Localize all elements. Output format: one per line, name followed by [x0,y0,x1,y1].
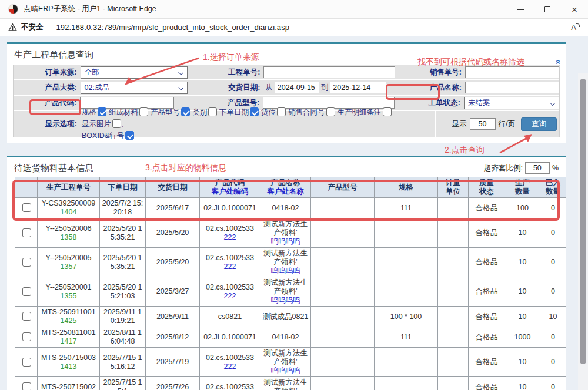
ratio-unit: % [552,164,559,172]
option-checkbox[interactable] [125,131,134,140]
row-checkbox[interactable] [22,332,31,341]
quality-cell: 合格品 [469,198,505,218]
delivery_date-cell: 2025/5/20 [146,248,200,277]
table-row[interactable]: Y-CS39250000914042025/7/2 15:20:182025/6… [15,198,566,218]
row-checkbox[interactable] [22,287,31,296]
display-option: 类别 [192,108,217,116]
name-text: 0418-02 [261,204,310,213]
query-button[interactable]: 查询 [521,117,557,131]
qty-cell: 10 [505,218,540,248]
eng-order-input[interactable] [263,66,395,78]
code-text: 02.cs.1002533 [201,283,259,292]
option-checkbox[interactable] [112,119,121,128]
product-name-label: 产品名称: [397,83,465,93]
materials-table: 生产工程单号下单日期交货日期产品代码客户处编码产品名称客户处名称产品型号规格计量… [15,177,566,390]
table-row[interactable]: Y--25052000613582025/5/20 15:35:212025/5… [15,218,566,248]
row-checkbox[interactable] [22,382,31,390]
table-row[interactable]: MTS-2507150022025/7/15 15:12025/7/2602.c… [15,377,566,390]
option-checkbox[interactable] [98,107,106,116]
category-select[interactable]: 02:成品 [81,82,188,94]
stocked-cell: 10 [540,307,566,327]
option-label: 规格 [82,108,96,116]
delivery_date-cell: 2025/7/26 [146,377,200,390]
code-text: 02.cs.1002533 [201,254,259,263]
order-text: Y-CS392500009 [38,199,99,208]
display-options-label: 显示选项: [14,119,81,129]
row-checkbox[interactable] [22,312,31,321]
quality-cell: 合格品 [469,377,505,390]
scrollbar-thumb[interactable] [580,79,586,364]
name-text: 测试新方法生产领料' [261,278,310,296]
stocked-cell: 0 [540,248,566,277]
table-row[interactable]: MTS-25081100114172025/8/11 16:04:482025/… [15,327,566,348]
option-label: 类别 [192,108,207,116]
read-aloud-icon[interactable]: A [571,23,580,32]
row-checkbox[interactable] [22,358,31,367]
name-text: 测试新方法生产领料' [261,349,310,367]
chevron-down-icon [178,85,183,90]
row-checkbox[interactable] [22,203,31,212]
option-checkbox[interactable] [208,107,217,116]
order_date-cell: 2025/5/20 15:35:21 [100,248,146,277]
order-source-select[interactable]: 全部 [81,66,188,79]
delivery-date-label: 交货日期: [225,83,264,93]
qty-cell: 100 [505,198,540,218]
option-checkbox[interactable] [277,107,286,116]
address-bar[interactable]: 不安全 192.168.0.32:789/mis/mrp/slc_product… [0,19,588,36]
sales-order-input[interactable] [465,66,559,78]
code-sub-text: 222 [201,292,259,301]
column-header: 已入数量 [540,177,566,198]
display-options-line1: 规格组成材料产品型号类别下单日期货位销售合同号生产明细备注显示图片、 [82,106,435,130]
eng-order-label: 工程单号: [225,68,264,78]
order-sub-text: 1357 [38,263,99,271]
name-text: 测试新方法生产领料' [261,220,310,237]
date-to-input[interactable] [330,82,386,93]
unit-cell [438,248,469,277]
page-content: 生产工程单信息查询 « 订单来源: 全部 工程单号: 销售单号: 产品大类: [0,36,588,390]
order-text: MTS-250715002 [38,383,99,390]
stocked-cell: 0 [540,218,566,248]
column-header: 产品代码客户处编码 [200,177,260,198]
option-checkbox[interactable] [181,107,190,116]
table-header-row: 生产工程单号下单日期交货日期产品代码客户处编码产品名称客户处名称产品型号规格计量… [15,177,566,198]
row-checkbox[interactable] [22,228,31,237]
unit-cell [438,377,469,390]
table-row[interactable]: Y--25052000113552025/5/20 15:21:032025/3… [15,277,566,307]
minimize-button[interactable] [507,0,534,19]
table-row[interactable]: MTS-25071500314132025/7/15 15:16:122025/… [15,348,566,377]
row-checkbox[interactable] [22,258,31,267]
code-text: 02.JL0.1000071 [201,204,259,213]
option-checkbox[interactable] [139,107,148,116]
qty-cell: 10 [505,348,540,377]
option-checkbox[interactable] [250,107,259,116]
column-header: 生产数量 [505,177,540,198]
unit-cell [438,327,469,348]
spec-cell: 111 [375,198,438,218]
browser-titlebar: 点晴ERP子系统 - 用户1 - Microsoft Edge × [0,0,588,19]
table-row[interactable]: MTS-25091100114252025/9/11 10:19:212025/… [15,307,566,327]
option-checkbox[interactable] [383,107,392,116]
code-text: cs0821 [201,312,259,321]
option-checkbox[interactable] [326,107,335,116]
warning-icon [8,23,17,31]
name-text: 测试新方法生产领料' [261,378,310,390]
model-cell [311,248,375,277]
qty-cell: 10 [505,377,540,390]
quality-cell: 合格品 [469,348,505,377]
close-button[interactable]: × [561,0,588,19]
page-size-input[interactable] [470,118,496,130]
order-text: Y--250520006 [38,224,99,233]
maximize-button[interactable] [534,0,561,19]
collapse-icon[interactable]: « [553,59,563,64]
quality-cell: 合格品 [469,307,505,327]
qty-cell: 10 [505,277,540,307]
product-name-input[interactable] [465,82,559,93]
vertical-scrollbar[interactable] [578,73,588,390]
model-cell [311,348,375,377]
quality-cell: 合格品 [469,248,505,277]
model-cell [311,198,375,218]
ratio-input[interactable] [525,162,550,174]
status-select[interactable]: 未结案 [464,97,559,109]
date-from-input[interactable] [275,82,319,93]
table-row[interactable]: Y--25052000513572025/5/20 15:35:212025/5… [15,248,566,277]
